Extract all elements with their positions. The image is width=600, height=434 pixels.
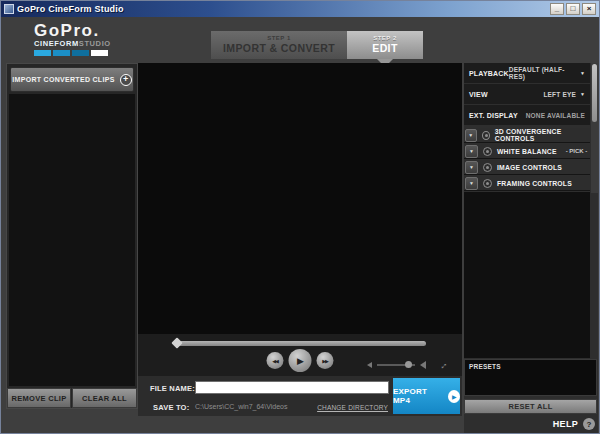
- chevron-down-icon[interactable]: ▼: [465, 161, 478, 174]
- tab-step-number: STEP 1: [211, 35, 347, 41]
- chevron-down-icon[interactable]: ▼: [465, 177, 478, 190]
- fast-forward-icon[interactable]: ▶▶: [317, 352, 334, 369]
- group-label: 3D CONVERGENCE CONTROLS: [495, 128, 590, 142]
- file-name-label: FILE NAME:: [150, 384, 195, 393]
- logo-studio: STUDIO: [79, 39, 111, 48]
- file-name-input[interactable]: [195, 381, 389, 394]
- export-mp4-button[interactable]: EXPORT MP4 ▶: [393, 378, 460, 414]
- app-window: GoPro CineForm Studio _ □ × GoPro. CINEF…: [0, 0, 600, 434]
- seek-bar[interactable]: [176, 341, 426, 346]
- chevron-down-icon[interactable]: ▼: [465, 145, 478, 158]
- minimize-icon[interactable]: _: [550, 3, 564, 15]
- enable-toggle-icon[interactable]: [482, 131, 490, 140]
- save-to-path: C:\Users\CC_win7_64\Videos: [195, 403, 287, 410]
- close-icon[interactable]: ×: [582, 3, 596, 15]
- save-to-label: SAVE TO:: [153, 403, 189, 412]
- group-label: WHITE BALANCE: [497, 148, 557, 155]
- clip-bin-panel: IMPORT CONVERTED CLIPS + REMOVE CLIP CLE…: [6, 63, 138, 409]
- play-icon[interactable]: ▶: [289, 349, 312, 372]
- volume-slider[interactable]: [377, 364, 415, 366]
- tab-label: IMPORT & CONVERT: [211, 42, 347, 54]
- setting-value: LEFT EYE: [543, 91, 576, 98]
- white-balance-pick-button[interactable]: - PICK -: [566, 148, 588, 154]
- reset-all-button[interactable]: RESET ALL: [464, 399, 597, 414]
- volume-controls: ↔: [367, 360, 448, 370]
- logo-block: [91, 50, 108, 56]
- logo-block: [72, 50, 89, 56]
- ext-display-setting-row: EXT. DISPLAY NONE AVAILABLE: [464, 105, 590, 125]
- window-controls: _ □ ×: [550, 3, 596, 15]
- plus-icon: +: [120, 74, 132, 86]
- setting-label: PLAYBACK: [469, 70, 509, 77]
- presets-panel: PRESETS: [464, 359, 597, 396]
- group-white-balance[interactable]: ▼ WHITE BALANCE - PICK -: [464, 144, 590, 159]
- tab-label: EDIT: [347, 42, 423, 54]
- rewind-icon[interactable]: ◀◀: [267, 352, 284, 369]
- logo-cineform: CINEFORM: [34, 39, 79, 48]
- app-icon: [4, 4, 14, 14]
- transport-controls: ◀◀ ▶ ▶▶: [267, 349, 334, 372]
- tab-step-number: STEP 2: [347, 35, 423, 41]
- enable-toggle-icon[interactable]: [483, 179, 492, 188]
- group-label: FRAMING CONTROLS: [497, 180, 572, 187]
- gopro-logo: GoPro. CINEFORMSTUDIO: [34, 22, 126, 56]
- export-bar: FILE NAME: SAVE TO: C:\Users\CC_win7_64\…: [138, 376, 462, 416]
- setting-value: DEFAULT (HALF-RES): [509, 66, 576, 80]
- maximize-icon[interactable]: □: [566, 3, 580, 15]
- volume-low-icon: [367, 362, 372, 368]
- settings-panel: PLAYBACK DEFAULT (HALF-RES) ▼ VIEW LEFT …: [464, 63, 598, 433]
- group-image-controls[interactable]: ▼ IMAGE CONTROLS: [464, 160, 590, 175]
- enable-toggle-icon[interactable]: [483, 147, 492, 156]
- export-button-label: EXPORT MP4: [393, 387, 443, 405]
- tab-edit[interactable]: STEP 2 EDIT: [347, 31, 423, 59]
- logo-blocks: [34, 50, 126, 56]
- export-play-icon: ▶: [448, 390, 460, 403]
- fullscreen-icon[interactable]: ↔: [436, 358, 450, 372]
- logo-block: [53, 50, 70, 56]
- setting-label: VIEW: [469, 91, 543, 98]
- logo-brand: GoPro.: [34, 22, 126, 39]
- help-icon[interactable]: ?: [583, 418, 595, 430]
- group-3d-convergence-controls[interactable]: ▼ 3D CONVERGENCE CONTROLS: [464, 128, 590, 143]
- import-converted-clips-button[interactable]: IMPORT CONVERTED CLIPS +: [10, 67, 134, 92]
- video-preview: [138, 63, 462, 334]
- group-label: IMAGE CONTROLS: [497, 164, 562, 171]
- playhead[interactable]: [171, 337, 182, 348]
- chevron-down-icon[interactable]: ▼: [580, 70, 585, 76]
- scrollbar-thumb[interactable]: [592, 64, 597, 122]
- help-label: HELP: [553, 419, 578, 429]
- chevron-down-icon[interactable]: ▼: [580, 91, 585, 97]
- volume-knob[interactable]: [405, 361, 412, 368]
- logo-subtitle: CINEFORMSTUDIO: [34, 39, 126, 48]
- right-panel-scrollbar[interactable]: [591, 63, 598, 193]
- player-controls: ◀◀ ▶ ▶▶ ↔: [138, 334, 462, 376]
- remove-clip-button[interactable]: REMOVE CLIP: [7, 388, 71, 408]
- setting-label: EXT. DISPLAY: [469, 112, 526, 119]
- setting-value: NONE AVAILABLE: [526, 112, 585, 119]
- controls-empty-area: [464, 192, 590, 358]
- change-directory-link[interactable]: CHANGE DIRECTORY: [317, 404, 388, 411]
- playback-setting-row[interactable]: PLAYBACK DEFAULT (HALF-RES) ▼: [464, 63, 590, 83]
- help-area: HELP ?: [553, 418, 595, 430]
- clear-all-button[interactable]: CLEAR ALL: [72, 388, 137, 408]
- titlebar: GoPro CineForm Studio _ □ ×: [1, 1, 599, 17]
- logo-block: [34, 50, 51, 56]
- clip-list[interactable]: [9, 94, 135, 386]
- chevron-down-icon[interactable]: ▼: [465, 129, 477, 142]
- enable-toggle-icon[interactable]: [483, 163, 492, 172]
- tab-import-convert[interactable]: STEP 1 IMPORT & CONVERT: [211, 31, 347, 59]
- presets-label: PRESETS: [469, 363, 596, 370]
- import-button-label: IMPORT CONVERTED CLIPS: [12, 76, 114, 83]
- window-title: GoPro CineForm Studio: [17, 4, 550, 14]
- group-framing-controls[interactable]: ▼ FRAMING CONTROLS: [464, 176, 590, 191]
- view-setting-row[interactable]: VIEW LEFT EYE ▼: [464, 84, 590, 104]
- volume-high-icon: [420, 361, 426, 369]
